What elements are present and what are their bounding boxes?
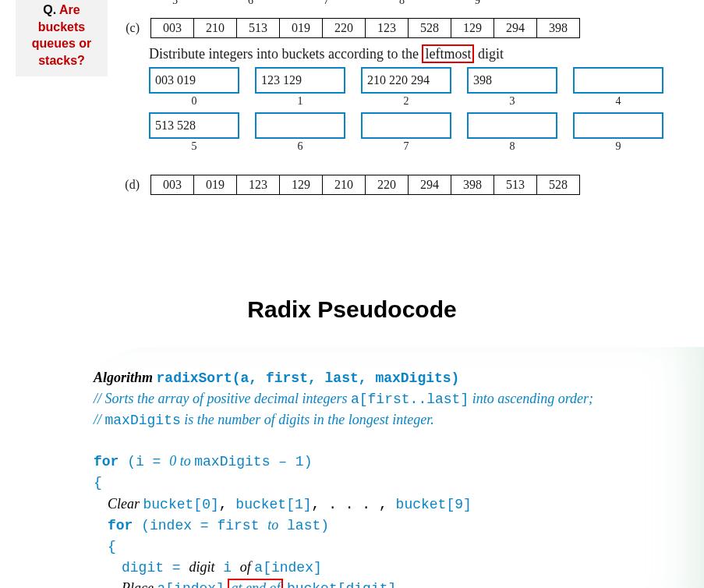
seq-cell: 294 [494, 18, 537, 38]
sep: , . . . , [312, 497, 396, 512]
bucket-label: 3 [510, 95, 515, 108]
for-keyword: for [108, 518, 133, 533]
digit-label: 7 [324, 0, 329, 7]
bucket-box [467, 112, 557, 139]
code-token: a[index] [157, 581, 224, 588]
seq-cell: 210 [323, 175, 366, 195]
seq-cell: 003 [150, 18, 194, 38]
seq-cell: 220 [366, 175, 409, 195]
distribute-caption: Distribute integers into buckets accordi… [149, 46, 699, 62]
for-body: (index = first [133, 518, 267, 533]
seq-cell: 019 [194, 175, 237, 195]
for-body: last) [278, 518, 329, 533]
comment-line: // Sorts the array of positive decimal i… [94, 391, 351, 406]
code-token: a[first..last] [351, 391, 469, 407]
clear-text: Clear [108, 496, 143, 512]
seq-cell: 129 [280, 175, 323, 195]
seq-cell: 210 [194, 18, 237, 38]
bucket-box [573, 112, 663, 139]
comment-line: is the number of digits in the longest i… [181, 412, 434, 427]
seq-cell: 528 [409, 18, 451, 38]
row-c-label: (c) [118, 21, 140, 35]
question-text: Are buckets queues or stacks? [32, 3, 91, 67]
digit-label: 8 [399, 0, 405, 7]
row-d-label: (d) [118, 178, 140, 192]
bucket-box: 123 129 [255, 67, 345, 94]
for-keyword: for [94, 454, 119, 469]
seq-cell: 220 [323, 18, 366, 38]
question-prefix: Q. [43, 3, 56, 16]
seq-cell: 123 [237, 175, 280, 195]
brace: { [94, 475, 102, 491]
algo-signature: radixSort(a, first, last, maxDigits) [157, 370, 460, 386]
bucket-label: 0 [192, 95, 197, 108]
bucket-box [255, 112, 345, 139]
code-token: bucket[digit] [287, 581, 396, 588]
digit-i: i [214, 560, 239, 576]
digit-label: 6 [248, 0, 253, 7]
caption-text: digit [478, 46, 504, 62]
digit-assign: digit = [122, 560, 189, 576]
bucket-box [361, 112, 451, 139]
slide-radix-example: Q. Are buckets queues or stacks? 5 6 7 8… [0, 0, 704, 234]
comment-line: // [94, 412, 105, 427]
seq-cell: 513 [494, 175, 537, 195]
bucket-box [573, 67, 663, 94]
slide-radix-pseudocode: Radix Pseudocode Algorithm radixSort(a, … [0, 234, 704, 588]
code-token: bucket[0] [143, 497, 219, 512]
seq-cell: 398 [537, 18, 580, 38]
row-d-sequence: 003 019 123 129 210 220 294 398 513 528 [150, 175, 580, 195]
for-body: (i = [119, 454, 169, 469]
slide-title: Radix Pseudocode [0, 296, 704, 323]
seq-cell: 398 [451, 175, 494, 195]
radix-diagram: 5 6 7 8 9 (c) 003 210 513 019 220 123 52… [117, 0, 700, 230]
place-highlight: at end of [228, 579, 283, 588]
sep: , [219, 497, 236, 512]
for-to: to [267, 517, 278, 533]
caption-text: Distribute integers into buckets accordi… [149, 46, 419, 62]
brace: { [108, 539, 116, 554]
digit-label: 9 [475, 0, 480, 7]
bucket-box: 513 528 [149, 112, 239, 139]
seq-cell: 528 [537, 175, 580, 195]
seq-cell: 129 [451, 18, 494, 38]
bucket-label: 1 [298, 95, 303, 108]
seq-cell: 003 [150, 175, 194, 195]
bucket-label: 2 [404, 95, 409, 108]
seq-cell: 019 [280, 18, 323, 38]
buckets-row-2: 513 5285 6 7 8 9 [149, 112, 699, 153]
seq-cell: 123 [366, 18, 409, 38]
question-box: Q. Are buckets queues or stacks? [16, 0, 108, 76]
seq-cell: 513 [237, 18, 280, 38]
digit-label: 5 [172, 0, 178, 7]
code-token: maxDigits [105, 413, 181, 428]
bucket-label: 5 [192, 140, 197, 153]
bucket-label: 9 [616, 140, 621, 153]
bucket-box: 398 [467, 67, 557, 94]
for-body: 0 to [169, 453, 194, 469]
for-body: maxDigits – 1) [194, 454, 312, 469]
code-token: a[index] [254, 560, 321, 576]
bucket-label: 8 [510, 140, 515, 153]
pseudocode-card: Algorithm radixSort(a, first, last, maxD… [78, 347, 704, 588]
bucket-box: 003 019 [149, 67, 239, 94]
row-c-sequence: 003 210 513 019 220 123 528 129 294 398 [150, 18, 580, 38]
code-token: bucket[1] [235, 497, 311, 512]
code-token: bucket[9] [396, 497, 472, 512]
digit-of: of [240, 559, 255, 575]
bucket-label: 7 [404, 140, 409, 153]
top-digit-labels: 5 6 7 8 9 [172, 0, 699, 7]
algo-keyword: Algorithm [94, 370, 153, 385]
buckets-row-1: 003 0190 123 1291 210 220 2942 3983 4 [149, 67, 699, 108]
seq-cell: 294 [409, 175, 451, 195]
place-text: Place [122, 580, 157, 588]
bucket-label: 6 [298, 140, 303, 153]
bucket-box: 210 220 294 [361, 67, 451, 94]
bucket-label: 4 [616, 95, 621, 108]
comment-line: into ascending order; [469, 391, 593, 406]
caption-highlight: leftmost [422, 44, 474, 63]
pseudocode: Algorithm radixSort(a, first, last, maxD… [94, 367, 696, 588]
digit-word: digit [189, 559, 214, 575]
